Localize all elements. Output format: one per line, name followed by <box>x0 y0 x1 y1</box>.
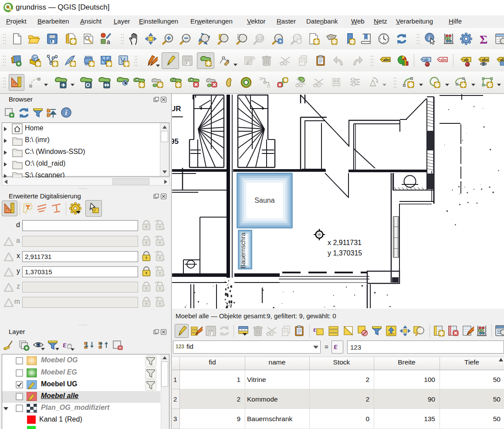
svg-text:95: 95 <box>172 137 179 146</box>
svg-text:a: a <box>107 38 110 45</box>
svg-text:1:1: 1:1 <box>258 37 263 41</box>
svg-text:ab: ab <box>464 57 469 62</box>
svg-text:Σ: Σ <box>480 33 487 45</box>
svg-text:abc: abc <box>383 57 390 62</box>
svg-text:ε: ε <box>313 325 316 334</box>
svg-text:i: i <box>65 109 68 116</box>
svg-text:ε: ε <box>63 340 67 349</box>
svg-text:abc: abc <box>440 57 447 62</box>
svg-text:abc: abc <box>482 57 489 62</box>
svg-text:i: i <box>428 35 430 41</box>
svg-text:abc: abc <box>500 57 504 62</box>
svg-text:ab: ab <box>424 57 429 62</box>
svg-text:UR: UR <box>172 105 181 113</box>
